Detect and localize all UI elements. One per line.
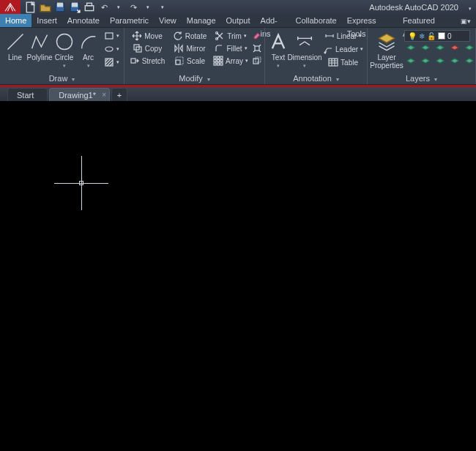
ribbon-tabs: Home Insert Annotate Parametric View Man…: [0, 15, 476, 28]
erase-icon: [252, 31, 262, 41]
ribbon-minimize-icon[interactable]: ▣▾: [455, 14, 476, 27]
tab-collaborate[interactable]: Collaborate: [290, 14, 341, 27]
tab-home[interactable]: Home: [0, 14, 31, 27]
signin-dropdown-icon[interactable]: ▾: [469, 3, 472, 12]
svg-rect-29: [220, 63, 223, 65]
drawing-canvas[interactable]: [0, 102, 476, 451]
text-icon: [268, 31, 289, 52]
layer-properties-button[interactable]: Layer Properties: [371, 30, 403, 71]
open-icon[interactable]: [40, 1, 51, 13]
layer-tool-button[interactable]: [463, 56, 476, 68]
tab-parametric[interactable]: Parametric: [105, 14, 154, 27]
layer-selector[interactable]: 💡 ❄ 🔓 0: [404, 30, 470, 42]
dimension-icon: [294, 31, 315, 52]
offset-button[interactable]: [250, 55, 264, 67]
circle-button[interactable]: Circle ▾: [52, 30, 76, 70]
tab-view[interactable]: View: [154, 14, 182, 27]
array-button[interactable]: Array▾: [212, 55, 249, 67]
rotate-button[interactable]: Rotate: [168, 30, 211, 42]
svg-rect-20: [176, 57, 183, 64]
svg-rect-27: [214, 63, 216, 65]
svg-rect-19: [176, 60, 180, 64]
document-tabs: Start Drawing1* × +: [0, 87, 476, 102]
hatch-button[interactable]: ▾: [103, 56, 121, 68]
layer-tool-button[interactable]: [419, 43, 432, 55]
fillet-icon: [214, 43, 224, 53]
undo-dropdown-icon[interactable]: ▾: [113, 1, 124, 13]
text-button[interactable]: Text ▾: [268, 30, 289, 70]
panel-modify: Move Rotate Trim▾ Copy Mirror Fillet▾ St…: [124, 28, 265, 84]
trim-button[interactable]: Trim▾: [212, 30, 249, 42]
save-icon[interactable]: [54, 1, 66, 13]
redo-dropdown-icon[interactable]: ▾: [142, 1, 154, 13]
close-icon[interactable]: ×: [102, 91, 106, 99]
tab-output[interactable]: Output: [221, 14, 256, 27]
layer-tool-button[interactable]: [419, 56, 432, 68]
doctab-start[interactable]: Start: [7, 88, 48, 101]
layer-tool-button[interactable]: [434, 43, 447, 55]
panel-draw: Line Polyline Circle ▾ Arc ▾ ▾ ▾ ▾ Dr: [0, 28, 124, 84]
app-logo-icon[interactable]: [0, 0, 21, 15]
layer-tool-button[interactable]: [434, 56, 447, 68]
undo-icon[interactable]: ↶: [98, 1, 110, 13]
redo-icon[interactable]: ↷: [127, 1, 139, 13]
arc-button[interactable]: Arc ▾: [76, 30, 100, 70]
layer-tool-button[interactable]: [463, 43, 476, 55]
layer-tool-button[interactable]: [404, 56, 417, 68]
fillet-button[interactable]: Fillet▾: [212, 42, 249, 54]
svg-rect-28: [217, 63, 220, 65]
svg-rect-25: [217, 60, 220, 62]
panel-layers: Layer Properties 💡 ❄ 🔓 0: [368, 28, 476, 84]
sun-icon: ❄: [419, 32, 425, 40]
saveas-icon[interactable]: [69, 1, 81, 13]
svg-rect-12: [105, 59, 113, 66]
chevron-down-icon: ▾: [87, 63, 90, 69]
tab-featured-apps[interactable]: Featured Apps: [398, 14, 455, 27]
polyline-button[interactable]: Polyline: [27, 30, 52, 63]
panel-expand-icon[interactable]: [70, 74, 75, 83]
explode-button[interactable]: [250, 42, 264, 54]
layer-tool-button[interactable]: [448, 56, 461, 68]
layers-icon: [376, 31, 397, 52]
doctab-drawing1[interactable]: Drawing1* ×: [49, 88, 110, 101]
move-button[interactable]: Move: [127, 30, 167, 42]
svg-point-9: [56, 34, 72, 50]
rotate-icon: [173, 31, 183, 41]
ellipse-button[interactable]: ▾: [103, 43, 121, 55]
leader-button[interactable]: Leader▾: [321, 43, 365, 55]
svg-rect-18: [131, 59, 135, 63]
plot-icon[interactable]: [83, 1, 95, 13]
panel-expand-icon[interactable]: [335, 74, 339, 83]
mirror-button[interactable]: Mirror: [168, 42, 211, 54]
table-button[interactable]: Table: [321, 56, 365, 68]
tab-insert[interactable]: Insert: [31, 14, 62, 27]
line-button[interactable]: Line: [3, 30, 27, 63]
table-icon: [328, 57, 338, 67]
erase-button[interactable]: [250, 30, 264, 42]
layer-tool-button[interactable]: [404, 43, 417, 55]
layer-tool-button[interactable]: [448, 43, 461, 55]
line-icon: [5, 31, 26, 52]
panel-expand-icon[interactable]: [206, 74, 210, 83]
panel-expand-icon[interactable]: [433, 74, 437, 83]
ribbon: Line Polyline Circle ▾ Arc ▾ ▾ ▾ ▾ Dr: [0, 28, 476, 85]
svg-rect-26: [220, 60, 223, 62]
tab-addins[interactable]: Add-ins: [256, 14, 291, 27]
stretch-button[interactable]: Stretch: [127, 55, 167, 67]
tab-manage[interactable]: Manage: [182, 14, 221, 27]
new-icon[interactable]: [25, 1, 37, 13]
leader-icon: [323, 44, 333, 54]
svg-line-8: [7, 34, 23, 50]
qat-customize-icon[interactable]: ▾: [157, 1, 168, 13]
tab-express-tools[interactable]: Express Tools: [342, 14, 398, 27]
linear-button[interactable]: Linear▾: [321, 30, 365, 42]
scale-icon: [174, 56, 185, 66]
dimension-button[interactable]: Dimension ▾: [289, 30, 321, 70]
rectangle-button[interactable]: ▾: [103, 30, 121, 42]
doctab-new[interactable]: +: [111, 88, 127, 101]
svg-rect-24: [214, 60, 216, 62]
copy-button[interactable]: Copy: [127, 42, 167, 54]
scale-button[interactable]: Scale: [168, 55, 211, 67]
tab-annotate[interactable]: Annotate: [62, 14, 105, 27]
title-bar: ↶ ▾ ↷ ▾ ▾ Autodesk AutoCAD 2020 ▾: [0, 0, 476, 15]
